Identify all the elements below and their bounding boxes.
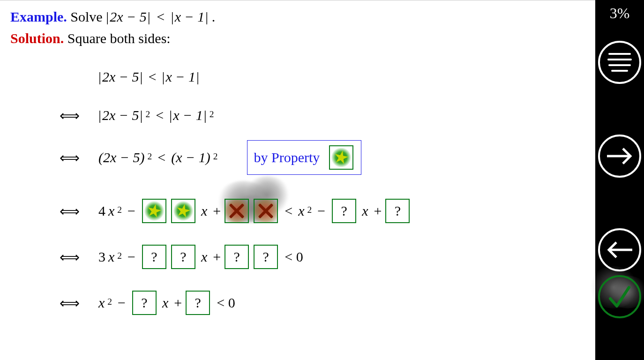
iff-symbol: ⟺ [52,107,86,124]
math-line-2: ⟺ 2x − 52 < x − 12 [52,102,581,129]
next-button[interactable] [598,135,641,178]
confirm-button[interactable] [598,275,641,318]
iff-symbol: ⟺ [52,203,86,219]
answer-box-blank[interactable]: ? [385,199,410,223]
math-line-1: ⟺ 2x − 5 < x − 1 [52,63,581,90]
answer-box-blank[interactable]: ? [225,245,249,269]
example-line: Example. Solve 2x − 5 < x − 1 . [10,9,581,25]
property-box[interactable]: by Property [247,140,362,175]
solution-text: Square both sides: [67,30,171,46]
answer-box-blank[interactable]: ? [171,245,195,269]
page-root: Example. Solve 2x − 5 < x − 1 . Solution… [0,0,644,360]
sidebar: 3% [595,0,644,360]
example-suffix: . [212,9,216,24]
answer-box-blank[interactable]: ? [254,245,278,269]
score-display: 3% [610,5,630,22]
property-label: by Property [254,150,320,165]
answer-box-correct[interactable] [142,199,166,223]
math-line-6: ⟺ x2 − ? x + ? < 0 [52,289,581,316]
example-rhs: x − 1 [171,9,209,24]
menu-button[interactable] [598,41,641,84]
math-line-4: ⟺ 4x2 − x + < x2 − ? x + ? [52,197,581,225]
answer-box-wrong[interactable] [254,199,278,223]
property-star-icon[interactable] [329,145,353,170]
answer-box-blank[interactable]: ? [142,245,166,269]
answer-box-wrong[interactable] [225,199,249,223]
math-line-3: ⟺ (2x − 5)2 < (x − 1)2 by Property [52,140,581,175]
answer-box-blank[interactable]: ? [332,199,356,223]
iff-symbol: ⟺ [52,249,86,265]
example-text-prefix: Solve [70,9,106,24]
iff-symbol: ⟺ [52,295,86,311]
solution-label: Solution. [10,30,64,46]
lt-symbol: < [157,9,165,24]
example-lhs: 2x − 5 [106,9,150,24]
arrow-right-icon [606,147,633,165]
answer-box-blank[interactable]: ? [132,291,157,315]
check-icon [606,283,634,311]
iff-symbol: ⟺ [52,150,86,166]
example-label: Example. [10,9,67,24]
answer-box-blank[interactable]: ? [186,291,210,315]
content-area: Example. Solve 2x − 5 < x − 1 . Solution… [0,0,595,360]
solution-line: Solution. Square both sides: [10,30,581,46]
answer-box-correct[interactable] [171,199,195,223]
math-line-5: ⟺ 3x2 − ? ? x + ? ? < 0 [52,243,581,270]
back-button[interactable] [598,228,641,271]
arrow-left-icon [606,240,633,259]
menu-icon [607,53,632,72]
